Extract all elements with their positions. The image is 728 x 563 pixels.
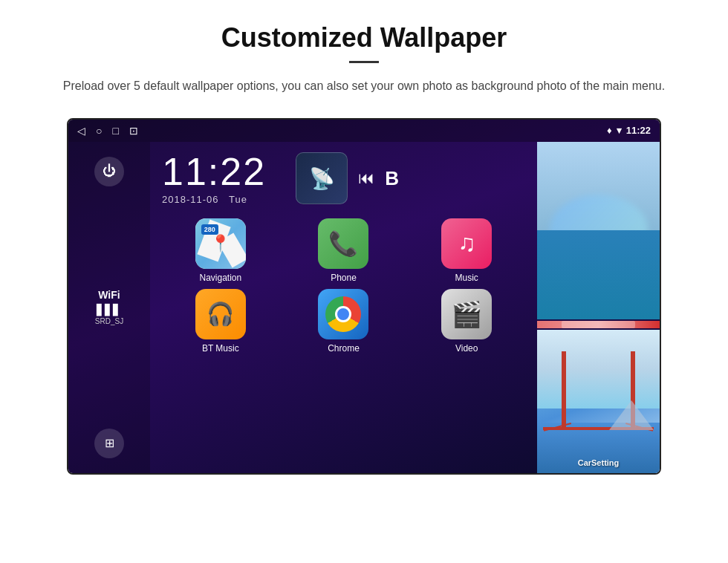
app-item-bt-music[interactable]: 🎧 BT Music bbox=[162, 289, 279, 354]
power-icon: ⏻ bbox=[103, 163, 116, 179]
status-bar-right: ♦ ▾ 11:22 bbox=[607, 125, 651, 136]
navigation-label: Navigation bbox=[199, 273, 241, 283]
page-description: Preload over 5 default wallpaper options… bbox=[63, 77, 665, 96]
media-controls: 📡 ⏮ B bbox=[296, 152, 399, 204]
status-bar-left: ◁ ○ □ ⊡ bbox=[77, 125, 138, 137]
bt-music-label: BT Music bbox=[202, 343, 239, 354]
power-button[interactable]: ⏻ bbox=[94, 157, 124, 186]
wallpaper-thumb-ice[interactable] bbox=[537, 142, 660, 319]
app-item-phone[interactable]: 📞 Phone bbox=[285, 218, 403, 283]
status-time: 11:22 bbox=[626, 125, 651, 136]
center-area: 11:22 2018-11-06 Tue 📡 ⏮ B bbox=[150, 142, 537, 473]
sidebar: ⏻ WiFi ▋▋▋ SRD_SJ ⊞ bbox=[68, 142, 150, 473]
screenshot-icon[interactable]: ⊡ bbox=[129, 125, 138, 137]
back-nav-icon[interactable]: ◁ bbox=[77, 125, 85, 137]
music-label: Music bbox=[455, 273, 478, 283]
android-screen: ◁ ○ □ ⊡ ♦ ▾ 11:22 ⏻ WiFi ▋▋▋ SRD_ bbox=[68, 120, 660, 473]
app-item-video[interactable]: 🎬 Video bbox=[408, 289, 525, 354]
navigation-icon: 📍 280 bbox=[195, 218, 246, 269]
media-app-icon: 📡 bbox=[296, 152, 348, 204]
wifi-signal-icon: ▾ bbox=[617, 125, 622, 136]
phone-glyph-icon: 📞 bbox=[328, 230, 358, 258]
wifi-ssid: SRD_SJ bbox=[95, 317, 123, 325]
wallpaper-thumb-bridge[interactable]: CarSetting bbox=[537, 330, 660, 473]
page-title: Customized Wallpaper bbox=[221, 22, 507, 53]
phone-label: Phone bbox=[331, 273, 357, 283]
ice-cave-image bbox=[537, 142, 660, 319]
chrome-label: Chrome bbox=[328, 343, 360, 354]
signal-icon: 📡 bbox=[309, 166, 335, 191]
shelf-detail bbox=[562, 321, 635, 328]
video-label: Video bbox=[455, 343, 478, 354]
nav-badge: 280 bbox=[201, 224, 218, 235]
music-glyph-icon: ♫ bbox=[458, 230, 475, 257]
bridge-sky bbox=[537, 330, 660, 409]
music-icon: ♫ bbox=[441, 218, 492, 269]
video-clapper-icon: 🎬 bbox=[451, 299, 482, 329]
location-icon: ♦ bbox=[607, 125, 612, 136]
clock-area: 11:22 2018-11-06 Tue 📡 ⏮ B bbox=[150, 142, 537, 212]
app-item-chrome[interactable]: Chrome bbox=[285, 289, 403, 354]
bridge-mountain bbox=[609, 400, 654, 430]
title-divider bbox=[349, 61, 379, 63]
bluetooth-glyph-icon: 🎧 bbox=[207, 301, 234, 327]
media-prev-button[interactable]: ⏮ bbox=[358, 169, 374, 188]
phone-icon: 📞 bbox=[318, 218, 368, 269]
wallpaper-thumbnails[interactable]: CarSetting bbox=[537, 142, 660, 473]
clock-block: 11:22 2018-11-06 Tue bbox=[162, 152, 266, 205]
app-item-navigation[interactable]: 📍 280 Navigation bbox=[162, 218, 279, 283]
status-bar: ◁ ○ □ ⊡ ♦ ▾ 11:22 bbox=[68, 120, 660, 142]
clock-date: 2018-11-06 Tue bbox=[162, 194, 247, 205]
app-item-music[interactable]: ♫ Music bbox=[408, 218, 525, 283]
wallpaper-shelf-divider bbox=[537, 321, 660, 328]
ice-bottom-layer bbox=[537, 230, 660, 319]
wifi-info: WiFi ▋▋▋ SRD_SJ bbox=[95, 289, 123, 325]
apps-grid-icon: ⊞ bbox=[105, 436, 114, 450]
device-frame: ◁ ○ □ ⊡ ♦ ▾ 11:22 ⏻ WiFi ▋▋▋ SRD_ bbox=[67, 118, 661, 475]
media-title-initial: B bbox=[385, 167, 399, 190]
clock-time: 11:22 bbox=[162, 152, 266, 191]
wifi-label: WiFi bbox=[98, 289, 120, 301]
video-icon: 🎬 bbox=[441, 289, 492, 339]
app-grid: 📍 280 Navigation 📞 Phone bbox=[150, 212, 537, 359]
home-nav-icon[interactable]: ○ bbox=[96, 125, 102, 137]
apps-button[interactable]: ⊞ bbox=[94, 429, 124, 458]
recent-nav-icon[interactable]: □ bbox=[112, 125, 118, 137]
bt-music-icon: 🎧 bbox=[195, 289, 246, 339]
nav-pin-icon: 📍 bbox=[210, 234, 230, 253]
chrome-center bbox=[335, 306, 351, 322]
carsetting-label: CarSetting bbox=[578, 458, 620, 467]
chrome-icon bbox=[318, 289, 368, 339]
bridge-tower-left bbox=[562, 351, 566, 430]
screen-content: ⏻ WiFi ▋▋▋ SRD_SJ ⊞ 11:22 bbox=[68, 142, 660, 473]
chrome-ring bbox=[325, 296, 361, 332]
wifi-bars-icon: ▋▋▋ bbox=[97, 304, 121, 316]
